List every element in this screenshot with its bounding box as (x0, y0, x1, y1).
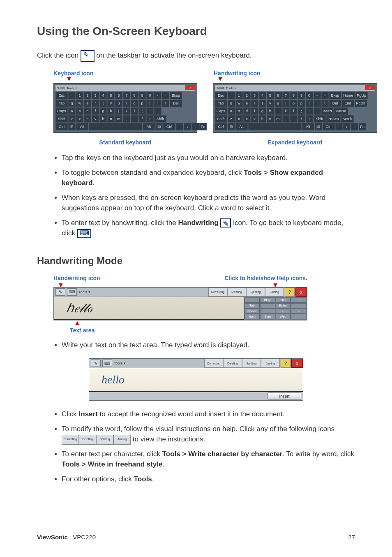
key[interactable]: x (76, 115, 83, 123)
key[interactable]: PrtScn (326, 115, 341, 123)
key[interactable]: e (84, 100, 91, 107)
key[interactable]: 7 (282, 92, 290, 99)
key[interactable]: 9 (138, 92, 146, 99)
key[interactable]: c (84, 115, 91, 123)
side-key[interactable]: Bksp (260, 298, 275, 303)
key[interactable]: Ctrl (163, 123, 175, 130)
key[interactable] (248, 123, 302, 130)
key[interactable]: , (123, 115, 130, 123)
key[interactable]: h (267, 107, 274, 115)
key[interactable]: ] (314, 100, 321, 107)
key[interactable]: s (235, 107, 243, 115)
key[interactable]: n (267, 115, 274, 123)
key[interactable]: p (298, 100, 305, 107)
side-key[interactable]: → (291, 298, 306, 303)
key[interactable]: o (131, 100, 138, 107)
key[interactable]: 1 (235, 92, 243, 99)
side-key[interactable] (260, 309, 275, 313)
key[interactable]: r (251, 100, 258, 107)
help-joining-button[interactable]: Joining (261, 359, 280, 368)
key[interactable]: / (298, 115, 305, 123)
keyboard-icon[interactable]: ⌨ (67, 288, 77, 296)
side-key[interactable] (260, 303, 275, 308)
help-correcting-button[interactable]: Correcting (204, 359, 223, 368)
key[interactable]: Shift (314, 115, 326, 123)
key[interactable]: ▤ (155, 123, 163, 130)
key[interactable]: l (131, 107, 138, 115)
key[interactable]: ` (68, 92, 76, 99)
key[interactable]: q (228, 100, 235, 107)
help-splitting-button[interactable]: Splitting (242, 359, 261, 368)
key[interactable]: z (228, 115, 235, 123)
key[interactable]: n (107, 115, 115, 123)
key[interactable]: End (342, 100, 354, 107)
keyboard-icon[interactable]: ⌨ (102, 360, 112, 367)
key[interactable]: Shift (215, 115, 227, 123)
key[interactable]: Ctrl (323, 123, 335, 130)
key[interactable]: Shift (55, 115, 68, 123)
key[interactable]: Ctrl (215, 123, 227, 130)
key[interactable]: t (99, 100, 107, 107)
key[interactable]: 5 (267, 92, 274, 99)
key[interactable]: d (84, 107, 91, 115)
tools-dropdown[interactable]: Tools ▾ (114, 361, 126, 365)
key[interactable]: ↑ (146, 115, 154, 123)
help-correcting-icon[interactable]: Correcting (62, 435, 79, 445)
key[interactable]: Tab (55, 100, 68, 107)
key[interactable]: ScrLk (341, 115, 354, 123)
key[interactable] (154, 107, 161, 115)
key[interactable]: e (243, 100, 251, 107)
help-correcting-button[interactable]: Correcting (208, 288, 227, 297)
key[interactable]: 7 (123, 92, 130, 99)
key[interactable]: \ (321, 100, 329, 107)
key[interactable]: PgDn (355, 100, 367, 107)
help-deleting-button[interactable]: Deleting (223, 359, 242, 368)
key[interactable]: → (191, 123, 199, 130)
key[interactable]: i (282, 100, 290, 107)
key[interactable]: b (259, 115, 266, 123)
key[interactable]: ` (228, 92, 235, 99)
key[interactable]: z (68, 115, 76, 123)
key[interactable]: 4 (259, 92, 266, 99)
key[interactable]: x (235, 115, 243, 123)
side-key[interactable]: Web (276, 314, 291, 319)
key[interactable]: / (138, 115, 146, 123)
key[interactable]: → (351, 123, 358, 130)
key[interactable]: u (115, 100, 122, 107)
key[interactable]: Del (170, 100, 182, 107)
key[interactable]: w (76, 100, 83, 107)
tools-dropdown[interactable]: Tools ▾ (78, 290, 90, 294)
help-joining-icon[interactable]: Joining (113, 435, 131, 445)
key[interactable]: ' (146, 107, 154, 115)
key[interactable]: a (228, 107, 235, 115)
key[interactable]: . (131, 115, 138, 123)
side-key[interactable]: Tab (244, 303, 260, 308)
key[interactable]: ↓ (343, 123, 350, 130)
key[interactable]: Alt (143, 123, 155, 130)
key[interactable]: 6 (274, 92, 282, 99)
key[interactable]: Esc (215, 92, 227, 99)
key[interactable]: Tab (215, 100, 227, 107)
key[interactable]: 2 (243, 92, 251, 99)
key[interactable]: Fn (359, 123, 367, 130)
key[interactable]: , (282, 115, 290, 123)
key[interactable]: b (99, 115, 107, 123)
key[interactable]: 0 (146, 92, 154, 99)
key[interactable]: p (138, 100, 146, 107)
key[interactable]: = (321, 92, 329, 99)
key[interactable]: Pause (334, 107, 348, 115)
key[interactable] (89, 123, 142, 130)
key[interactable]: h (107, 107, 115, 115)
key[interactable]: 8 (131, 92, 138, 99)
key[interactable]: f (251, 107, 258, 115)
key[interactable]: t (259, 100, 266, 107)
key[interactable]: Home (342, 92, 355, 99)
key[interactable] (314, 107, 321, 115)
key[interactable]: . (290, 115, 297, 123)
key[interactable]: ] (154, 100, 161, 107)
handwriting-icon[interactable]: ✎ (91, 360, 101, 367)
key[interactable]: 8 (290, 92, 297, 99)
close-button[interactable]: x (295, 288, 307, 297)
key[interactable]: 3 (92, 92, 99, 99)
key[interactable]: q (68, 100, 76, 107)
